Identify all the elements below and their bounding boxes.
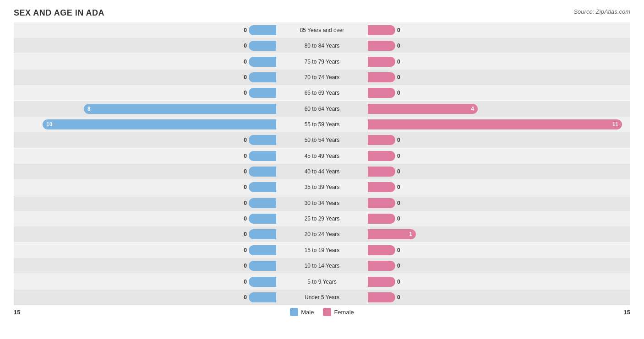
male-bar — [249, 167, 276, 177]
age-label: 80 to 84 Years — [276, 43, 368, 49]
male-bar — [249, 25, 276, 35]
female-bar — [368, 25, 395, 35]
right-axis-label: 15 — [624, 309, 630, 316]
age-label: 10 to 14 Years — [276, 263, 368, 269]
male-bar-container: 0 — [14, 164, 276, 179]
chart-row: 015 to 19 Years0 — [14, 242, 630, 258]
female-bar — [368, 198, 395, 208]
age-label: 5 to 9 Years — [276, 279, 368, 285]
male-bar-container: 0 — [14, 195, 276, 211]
male-zero-value: 0 — [244, 27, 247, 33]
female-color-box — [323, 308, 331, 316]
male-bar-container: 0 — [14, 274, 276, 290]
male-bar — [249, 214, 276, 224]
male-zero-value: 0 — [244, 168, 247, 175]
male-zero-value: 0 — [244, 231, 247, 237]
female-bar — [368, 277, 395, 287]
male-zero-value: 0 — [244, 294, 247, 301]
male-zero-value: 0 — [244, 184, 247, 190]
female-bar — [368, 88, 395, 98]
chart-row: 0Under 5 Years0 — [14, 290, 630, 305]
female-bar-value: 1 — [409, 231, 412, 237]
female-bar-container: 0 — [368, 25, 630, 35]
age-label: 55 to 59 Years — [276, 121, 368, 128]
male-bar — [249, 292, 276, 302]
age-label: 25 to 29 Years — [276, 215, 368, 222]
female-bar-value: 11 — [612, 121, 618, 128]
male-bar — [249, 57, 276, 67]
male-bar-container: 0 — [14, 226, 276, 242]
female-bar-container: 0 — [368, 167, 630, 177]
female-bar-container: 0 — [368, 198, 630, 208]
male-zero-value: 0 — [244, 59, 247, 65]
male-bar-container: 0 — [14, 70, 276, 85]
female-bar — [368, 182, 395, 192]
male-zero-value: 0 — [244, 153, 247, 159]
male-bar — [249, 245, 276, 255]
female-bar-container: 0 — [368, 57, 630, 67]
chart-row: 080 to 84 Years0 — [14, 38, 630, 54]
male-bar-container: 0 — [14, 211, 276, 226]
legend-male: Male — [290, 308, 314, 316]
female-zero-value: 0 — [397, 59, 400, 65]
male-bar-container: 0 — [14, 258, 276, 274]
chart-row: 065 to 69 Years0 — [14, 85, 630, 101]
male-bar-container: 8 — [14, 101, 276, 117]
female-zero-value: 0 — [397, 247, 400, 253]
chart-row: 085 Years and over0 — [14, 22, 630, 38]
male-bar — [249, 229, 276, 239]
female-bar-container: 0 — [368, 182, 630, 192]
legend-female: Female — [323, 308, 354, 316]
male-bar — [249, 151, 276, 161]
female-bar — [368, 245, 395, 255]
male-color-box — [290, 308, 298, 316]
male-bar-container: 0 — [14, 179, 276, 195]
male-zero-value: 0 — [244, 247, 247, 253]
female-zero-value: 0 — [397, 90, 400, 96]
female-zero-value: 0 — [397, 184, 400, 190]
age-label: Under 5 Years — [276, 294, 368, 301]
male-bar-container: 10 — [14, 117, 276, 132]
female-zero-value: 0 — [397, 279, 400, 285]
age-label: 85 Years and over — [276, 27, 368, 33]
female-bar: 1 — [368, 229, 416, 239]
male-bar-container: 0 — [14, 54, 276, 70]
male-zero-value: 0 — [244, 263, 247, 269]
male-bar — [249, 41, 276, 51]
female-zero-value: 0 — [397, 27, 400, 33]
female-bar-container: 0 — [368, 72, 630, 82]
age-label: 65 to 69 Years — [276, 90, 368, 96]
female-zero-value: 0 — [397, 168, 400, 175]
age-label: 50 to 54 Years — [276, 137, 368, 143]
chart-body: 085 Years and over0080 to 84 Years0075 t… — [14, 22, 630, 305]
male-zero-value: 0 — [244, 90, 247, 96]
male-bar-container: 0 — [14, 148, 276, 164]
female-bar: 11 — [368, 119, 622, 129]
male-bar: 8 — [84, 104, 276, 114]
female-bar — [368, 167, 395, 177]
chart-row: 010 to 14 Years0 — [14, 258, 630, 274]
female-bar — [368, 41, 395, 51]
age-label: 20 to 24 Years — [276, 231, 368, 237]
male-bar — [249, 72, 276, 82]
male-bar-container: 0 — [14, 85, 276, 101]
female-bar-container: 0 — [368, 261, 630, 271]
female-bar — [368, 214, 395, 224]
male-bar-container: 0 — [14, 132, 276, 148]
male-bar — [249, 182, 276, 192]
female-bar — [368, 72, 395, 82]
legend: Male Female — [20, 308, 623, 316]
age-label: 45 to 49 Years — [276, 153, 368, 159]
male-bar-container: 0 — [14, 242, 276, 258]
chart-row: 045 to 49 Years0 — [14, 148, 630, 164]
female-zero-value: 0 — [397, 74, 400, 81]
male-bar — [249, 88, 276, 98]
male-bar-container: 0 — [14, 38, 276, 54]
female-bar-container: 0 — [368, 41, 630, 51]
female-bar-container: 4 — [368, 104, 630, 114]
chart-row: 075 to 79 Years0 — [14, 54, 630, 70]
female-zero-value: 0 — [397, 294, 400, 301]
male-zero-value: 0 — [244, 215, 247, 222]
chart-row: 040 to 44 Years0 — [14, 164, 630, 179]
female-bar-container: 0 — [368, 245, 630, 255]
